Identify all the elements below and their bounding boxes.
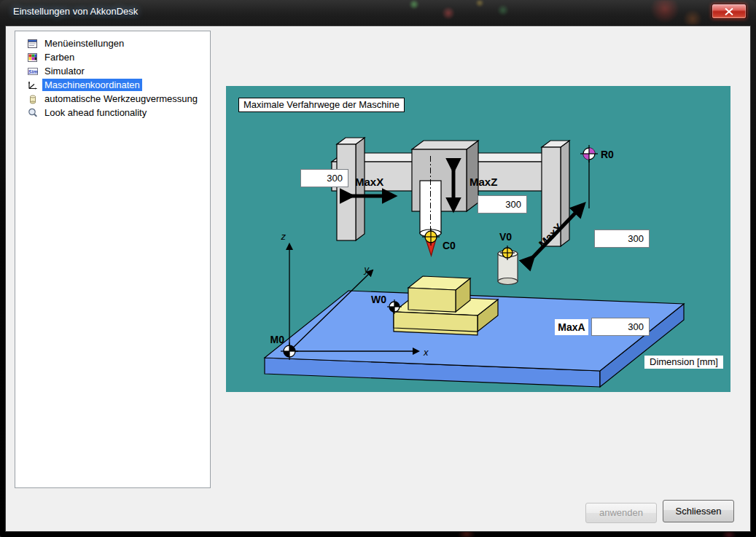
sidebar-item-label: Maschinenkoordinaten xyxy=(42,79,142,91)
axis-x-label: x xyxy=(423,347,429,358)
sidebar-item-farben[interactable]: Farben xyxy=(15,50,210,64)
sidebar-item-label: Menüeinstellungen xyxy=(42,37,126,50)
sidebar-item-label: Simulator xyxy=(42,65,87,77)
maxy-input[interactable] xyxy=(594,230,650,248)
settings-tree: Menüeinstellungen Farben Sim Simulator M… xyxy=(15,31,211,488)
sidebar-item-label: Farben xyxy=(42,51,77,63)
r0-marker xyxy=(580,145,598,162)
workpiece xyxy=(394,276,498,335)
machine-drawing: x y z M0 xyxy=(226,86,730,392)
gantry-left-column xyxy=(337,138,365,240)
machine-diagram-panel: x y z M0 xyxy=(226,86,730,392)
sidebar-item-look-ahead[interactable]: Look ahead functionality xyxy=(15,106,210,119)
window-title: Einstellungen von AkkonDesk xyxy=(13,6,138,17)
glass-reflection xyxy=(394,0,744,25)
settings-window: Einstellungen von AkkonDesk Menüeinstell… xyxy=(0,0,756,537)
c0-label: C0 xyxy=(443,240,456,251)
diagram-title: Maximale Verfahrwege der Maschine xyxy=(238,98,405,112)
colors-icon xyxy=(27,52,39,63)
m0-label: M0 xyxy=(270,334,285,345)
apply-button[interactable]: anwenden xyxy=(585,503,657,523)
maxz-arrow-label: MaxZ xyxy=(469,176,497,188)
sidebar-item-label: automatische Werkzeugvermessung xyxy=(42,93,200,105)
sidebar-item-label: Look ahead functionality xyxy=(42,106,149,119)
maxa-field-label: MaxA xyxy=(555,319,588,335)
simulator-icon: Sim xyxy=(27,66,39,77)
axis-y-label: y xyxy=(364,264,370,275)
tool-measurement-icon xyxy=(27,93,39,105)
machine-coordinates-icon xyxy=(27,79,39,91)
dimension-unit-label: Dimension [mm] xyxy=(644,356,723,369)
sidebar-item-werkzeugvermessung[interactable]: automatische Werkzeugvermessung xyxy=(15,92,210,106)
close-icon xyxy=(725,8,733,15)
maxa-input[interactable] xyxy=(591,318,650,336)
sidebar-item-maschinenkoordinaten[interactable]: Maschinenkoordinaten xyxy=(15,78,210,92)
maxx-input[interactable] xyxy=(300,169,348,187)
menu-settings-icon xyxy=(27,38,39,50)
look-ahead-icon xyxy=(27,107,39,119)
close-button[interactable] xyxy=(712,4,747,19)
maxz-input[interactable] xyxy=(478,195,527,213)
dialog-content: Menüeinstellungen Farben Sim Simulator M… xyxy=(6,26,750,531)
sidebar-item-simulator[interactable]: Sim Simulator xyxy=(15,64,210,78)
maxx-arrow-label: MaxX xyxy=(355,176,383,188)
titlebar[interactable]: Einstellungen von AkkonDesk xyxy=(0,0,756,26)
r0-label: R0 xyxy=(601,149,614,160)
w0-label: W0 xyxy=(371,294,386,305)
svg-text:Sim: Sim xyxy=(28,68,38,74)
v0-label: V0 xyxy=(499,231,512,243)
glass-reflection-bottom xyxy=(408,531,751,537)
schliessen-button[interactable]: Schliessen xyxy=(663,500,734,522)
axis-z-label: z xyxy=(281,231,287,242)
sidebar-item-menueinstellungen[interactable]: Menüeinstellungen xyxy=(15,36,210,50)
